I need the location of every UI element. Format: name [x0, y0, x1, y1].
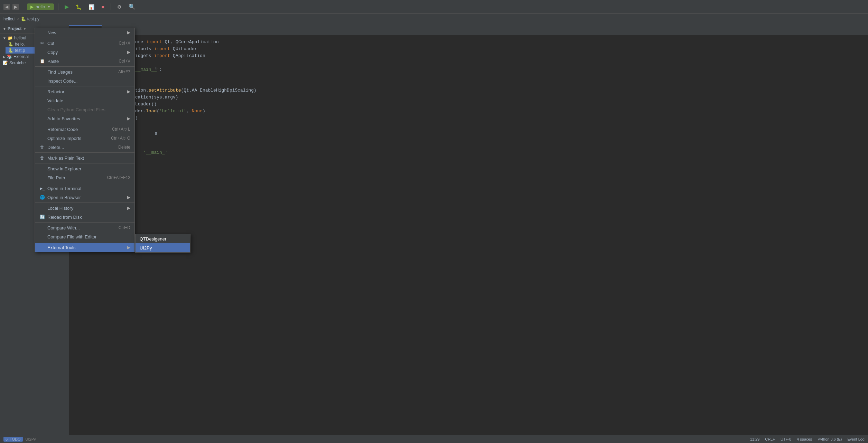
find-usages-shortcut: Alt+F7 [118, 69, 130, 74]
menu-item-find-usages-label: Find Usages [47, 69, 111, 75]
run-config-selector[interactable]: ▶ hello ▼ [27, 3, 54, 10]
menu-item-delete-label: Delete... [47, 145, 111, 150]
todo-button[interactable]: 6: TODO [3, 437, 23, 442]
menu-sep-7 [35, 183, 134, 183]
menu-item-local-history-label: Local History [47, 206, 124, 211]
coverage-button[interactable]: 📊 [86, 3, 96, 10]
menu-item-add-favorites-label: Add to Favorites [47, 116, 124, 121]
settings-button[interactable]: ⚙ [115, 3, 124, 10]
menu-item-compare-editor[interactable]: Compare File with Editor [35, 232, 134, 241]
code-line-6: 6 import sys [69, 73, 868, 80]
code-line-5: 5 if __name__ == '__main__': [69, 66, 868, 73]
menu-item-paste[interactable]: 📋 Paste Ctrl+V [35, 57, 134, 66]
menu-sep-6 [35, 163, 134, 163]
sidebar-collapse-icon: ▼ [3, 27, 6, 31]
breadcrumb-project[interactable]: helloui [3, 17, 16, 21]
code-line-11: 11 window = loader.load('hello.ui', None… [69, 108, 868, 115]
code-line-15: 15 [69, 135, 868, 142]
menu-item-open-terminal-label: Open in Terminal [47, 186, 130, 191]
menu-item-mark-plain[interactable]: 🗑 Mark as Plain Text [35, 153, 134, 162]
menu-item-optimize[interactable]: Optimize Imports Ctrl+Alt+O [35, 134, 134, 143]
statusbar-encoding: CRLF [765, 437, 775, 441]
expand-arrow-icon2: ▶ [3, 55, 6, 59]
menu-item-compare-with[interactable]: Compare With... Ctrl+D [35, 223, 134, 232]
sidebar-item-label: hello. [15, 42, 25, 47]
external-tools-submenu-arrow: ▶ [127, 245, 130, 250]
menu-item-find-usages[interactable]: Find Usages Alt+F7 [35, 67, 134, 76]
menu-item-cut[interactable]: ✂ Cut Ctrl+X [35, 39, 134, 48]
py-file-icon: 🐍 [8, 42, 13, 47]
menu-item-optimize-label: Optimize Imports [47, 136, 104, 141]
menu-sep-5 [35, 152, 134, 153]
folder-icon: 📁 [8, 36, 13, 40]
stop-button[interactable]: ■ [99, 3, 106, 10]
paste-icon: 📋 [39, 59, 45, 64]
menu-item-cut-label: Cut [47, 41, 112, 46]
code-line-17: 17 if name == '__main_' [69, 149, 868, 156]
menu-item-delete[interactable]: 🗑 Delete... Delete [35, 143, 134, 152]
menu-item-refactor-label: Refactor [47, 89, 124, 94]
menu-item-reformat[interactable]: Reformat Code Ctrl+Alt+L [35, 125, 134, 134]
scratch-icon: 📝 [3, 60, 8, 65]
cut-icon: ✂ [39, 41, 45, 46]
code-line-7: 7 [69, 80, 868, 87]
menu-item-local-history[interactable]: Local History ▶ [35, 204, 134, 213]
menu-sep-1 [35, 38, 134, 38]
run-config-icon: ▶ [30, 4, 34, 9]
menu-item-copy[interactable]: Copy ▶ [35, 48, 134, 57]
todo-label: 6: TODO [6, 437, 21, 441]
menu-item-open-browser[interactable]: 🌐 Open in Browser ▶ [35, 193, 134, 202]
reload-icon: 🔄 [39, 215, 45, 219]
editor-area: 🐍 test.py ✕ ⊟ ⊟ ⊟ 1 from PySide6.QtCore … [69, 24, 868, 443]
search-button[interactable]: 🔍 [127, 3, 138, 11]
external-tools-submenu: QTDesigener UI2Py [135, 234, 190, 253]
menu-item-file-path[interactable]: File Path Ctrl+Alt+F12 [35, 173, 134, 182]
run-config-dropdown-icon: ▼ [47, 5, 50, 9]
menu-item-reload[interactable]: 🔄 Reload from Disk [35, 213, 134, 222]
menu-item-show-explorer-label: Show in Explorer [47, 166, 130, 171]
cut-shortcut: Ctrl+X [119, 41, 130, 46]
menu-sep-10 [35, 242, 134, 242]
code-line-16: 16 [69, 142, 868, 149]
menu-item-validate-label: Validate [47, 98, 130, 103]
optimize-shortcut: Ctrl+Alt+O [111, 136, 130, 141]
debug-button[interactable]: 🐛 [74, 3, 84, 10]
delete-icon: 🗑 [39, 145, 45, 150]
menu-item-paste-label: Paste [47, 59, 112, 64]
fold-arrow-1: ⊟ [155, 65, 158, 72]
browser-submenu-arrow: ▶ [127, 195, 130, 200]
breadcrumb: helloui > 🐍 test.py [0, 14, 868, 24]
terminal-icon: ▶_ [39, 186, 45, 191]
menu-item-compare-editor-label: Compare File with Editor [47, 234, 130, 239]
menu-item-validate[interactable]: Validate [35, 96, 134, 105]
menu-item-show-explorer[interactable]: Show in Explorer [35, 164, 134, 173]
menu-item-external-tools[interactable]: External Tools ▶ QTDesigener UI2Py [35, 243, 134, 252]
statusbar-line-info: 11:29 [750, 437, 760, 441]
code-line-3: 3 from PySide6.QtWidgets import QApplica… [69, 53, 868, 59]
forward-button[interactable]: ▶ [12, 4, 19, 10]
code-line-13: 13 app.exec() [69, 122, 868, 129]
statusbar-spaces: 4 spaces [797, 437, 812, 441]
submenu-item-qtdesigner[interactable]: QTDesigener [136, 234, 190, 243]
statusbar-event-log[interactable]: Event Log [847, 437, 865, 441]
menu-item-refactor[interactable]: Refactor ▶ [35, 87, 134, 96]
sidebar-dropdown-icon: ▼ [23, 27, 27, 31]
ui2py-label: UI2Py [140, 245, 186, 251]
statusbar: 6: TODO UI2Py 11:29 CRLF UTF-8 4 spaces … [0, 435, 868, 443]
run-button[interactable]: ▶ [63, 3, 71, 11]
menu-item-new[interactable]: New ▶ [35, 28, 134, 37]
submenu-item-ui2py[interactable]: UI2Py [136, 243, 190, 252]
breadcrumb-file-icon: 🐍 [21, 17, 26, 21]
back-button[interactable]: ◀ [3, 4, 10, 10]
code-line-8: 8 QCoreApplication.setAttribute(Qt.AA_En… [69, 87, 868, 94]
menu-item-open-terminal[interactable]: ▶_ Open in Terminal [35, 184, 134, 193]
breadcrumb-file[interactable]: test.py [27, 17, 39, 21]
statusbar-charset: UTF-8 [781, 437, 791, 441]
code-line-12: 12 window.show() [69, 115, 868, 122]
menu-item-clean-label: Clean Python Compiled Files [47, 107, 130, 112]
statusbar-lispy-label: UI2Py [26, 437, 36, 441]
refactor-submenu-arrow: ▶ [127, 89, 130, 94]
menu-item-add-favorites[interactable]: Add to Favorites ▶ [35, 114, 134, 123]
menu-item-inspect[interactable]: Inspect Code... [35, 76, 134, 85]
copy-submenu-arrow: ▶ [127, 50, 130, 55]
